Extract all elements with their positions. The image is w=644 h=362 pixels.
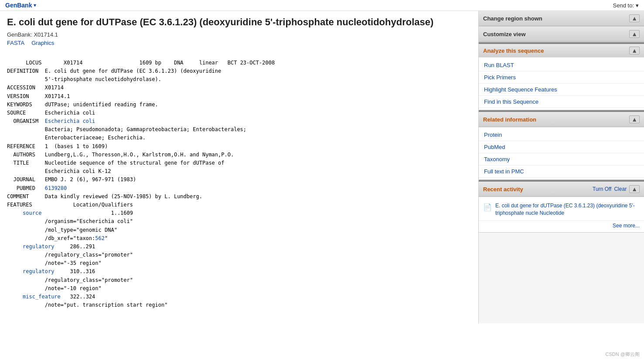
- regulatory2-note: /note="-10 region": [7, 285, 102, 291]
- fulltext-pmc-link[interactable]: Full text in PMC: [479, 166, 644, 178]
- recent-body: 📄 E. coli dut gene for dUTPase (EC 3.6.1…: [479, 197, 644, 232]
- analyze-title: Analyze this sequence: [483, 47, 544, 54]
- see-more-link[interactable]: See more...: [613, 223, 640, 229]
- pubmed-link[interactable]: 6139280: [45, 185, 67, 191]
- graphics-link[interactable]: Graphics: [31, 40, 54, 46]
- send-to-label: Send to:: [613, 2, 634, 9]
- related-body: Protein PubMed Taxonomy Full text in PMC: [479, 127, 644, 179]
- source-db-xref: /db_xref="taxon:: [7, 235, 95, 241]
- sequence-data: LOCUS X01714 1609 bp DNA linear BCT 23-O…: [7, 51, 471, 318]
- locus-line: LOCUS X01714 1609 bp DNA linear BCT 23-O…: [26, 60, 275, 66]
- fasta-link[interactable]: FASTA: [7, 40, 24, 46]
- genbank-id: GenBank: X01714.1: [7, 31, 471, 38]
- change-region-title: Change region shown: [483, 15, 542, 22]
- source-line: SOURCE Escherichia coli: [7, 110, 95, 116]
- title-line: TITLE Nucleotide sequence of the structu…: [7, 160, 225, 166]
- regulatory2-class: /regulatory_class="promoter": [7, 277, 133, 283]
- run-blast-link[interactable]: Run BLAST: [479, 59, 644, 71]
- recent-section: Recent activity Turn Off Clear ▲ 📄 E. co…: [479, 182, 644, 233]
- enterobac-line: Enterobacteriaceae; Escherichia.: [7, 135, 146, 141]
- source-organism: /organism="Escherichia coli": [7, 218, 133, 224]
- change-region-section: Change region shown ▲: [479, 11, 644, 27]
- right-sidebar: Change region shown ▲ Customize view ▲ A…: [478, 11, 644, 323]
- regulatory2-range: 310..316: [70, 268, 95, 274]
- protein-link[interactable]: Protein: [479, 129, 644, 141]
- customize-view-header: Customize view ▲: [479, 27, 644, 42]
- bacteria-line: Bacteria; Pseudomonadota; Gammaproteobac…: [7, 126, 246, 132]
- highlight-features-link[interactable]: Highlight Sequence Features: [479, 84, 644, 96]
- definition-line1: DEFINITION E. coli dut gene for dUTPase …: [7, 68, 221, 74]
- keywords-line: KEYWORDS dUTPase; unidentified reading f…: [7, 101, 158, 108]
- related-section: Related information ▲ Protein PubMed Tax…: [479, 112, 644, 180]
- misc-feat-range: 322..324: [70, 294, 95, 300]
- taxonomy-link[interactable]: Taxonomy: [479, 153, 644, 166]
- analyze-section: Analyze this sequence ▲ Run BLAST Pick P…: [479, 44, 644, 110]
- regulatory2-label[interactable]: regulatory: [7, 268, 54, 274]
- accession-line: ACCESSION X01714: [7, 85, 64, 91]
- features-line: FEATURES Location/Qualifiers: [7, 202, 133, 208]
- source-feat-label[interactable]: source: [7, 210, 41, 216]
- regulatory1-label[interactable]: regulatory: [7, 244, 54, 250]
- source-mol-type: /mol_type="genomic DNA": [7, 227, 117, 233]
- find-sequence-link[interactable]: Find in this Sequence: [479, 96, 644, 108]
- send-to-area: Send to: ▾: [613, 2, 639, 9]
- clear-link[interactable]: Clear: [614, 186, 627, 192]
- comment-line: COMMENT Data kindly reviewed (25-NOV-198…: [7, 193, 202, 200]
- main-layout: E. coli dut gene for dUTPase (EC 3.6.1.2…: [0, 11, 644, 323]
- page-title: E. coli dut gene for dUTPase (EC 3.6.1.2…: [7, 16, 471, 29]
- customize-view-arrow[interactable]: ▲: [629, 30, 640, 38]
- source-feat-range: 1..1609: [73, 210, 133, 216]
- send-to-button[interactable]: ▾: [636, 2, 639, 9]
- recent-arrow[interactable]: ▲: [629, 185, 640, 193]
- definition-line2: 5'-triphosphate nucleotidohydrolase).: [7, 76, 161, 82]
- pubmed-sidebar-link[interactable]: PubMed: [479, 141, 644, 153]
- source-db-xref-end: ": [105, 235, 108, 241]
- top-nav: GenBank ▾ Send to: ▾: [0, 0, 644, 11]
- related-title: Related information: [483, 116, 536, 123]
- related-arrow[interactable]: ▲: [629, 115, 640, 123]
- change-region-header: Change region shown ▲: [479, 11, 644, 26]
- pubmed-label: PUBMED: [7, 185, 45, 191]
- format-links: FASTA Graphics: [7, 40, 471, 46]
- turn-off-link[interactable]: Turn Off: [593, 186, 611, 192]
- left-content: E. coli dut gene for dUTPase (EC 3.6.1.2…: [0, 11, 478, 323]
- organism-link[interactable]: Escherichia coli: [45, 118, 95, 124]
- analyze-arrow[interactable]: ▲: [629, 47, 640, 54]
- regulatory1-class: /regulatory_class="promoter": [7, 252, 133, 258]
- genbank-dropdown-arrow[interactable]: ▾: [34, 2, 36, 8]
- analyze-header: Analyze this sequence ▲: [479, 44, 644, 58]
- send-to-arrow: ▾: [636, 2, 639, 9]
- customize-view-title: Customize view: [483, 31, 526, 37]
- customize-view-section: Customize view ▲: [479, 27, 644, 42]
- recent-see-more-row: See more...: [479, 221, 644, 230]
- recent-item: 📄 E. coli dut gene for dUTPase (EC 3.6.1…: [479, 199, 644, 221]
- analyze-body: Run BLAST Pick Primers Highlight Sequenc…: [479, 58, 644, 110]
- change-region-arrow[interactable]: ▲: [629, 14, 640, 22]
- recent-header-row: Recent activity Turn Off Clear ▲: [479, 182, 644, 197]
- title-line2: Escherichia coli K-12: [7, 168, 111, 174]
- recent-title: Recent activity: [483, 186, 523, 193]
- taxon-link[interactable]: 562: [95, 235, 105, 241]
- pick-primers-link[interactable]: Pick Primers: [479, 71, 644, 84]
- genbank-logo[interactable]: GenBank: [5, 2, 32, 9]
- authors-line: AUTHORS Lundberg,L.G., Thoresson,H.O., K…: [7, 152, 234, 158]
- recent-item-icon: 📄: [483, 203, 492, 211]
- regulatory1-note: /note="-35 region": [7, 260, 102, 266]
- related-header: Related information ▲: [479, 112, 644, 127]
- recent-item-link[interactable]: E. coli dut gene for dUTPase (EC 3.6.1.2…: [495, 202, 640, 217]
- misc-note: /note="put. transcription start region": [7, 302, 167, 308]
- version-line: VERSION X01714.1: [7, 93, 70, 99]
- journal-line: JOURNAL EMBO J. 2 (6), 967-971 (1983): [7, 176, 136, 183]
- reference-line: REFERENCE 1 (bases 1 to 1609): [7, 143, 108, 149]
- organism-label: ORGANISM: [7, 118, 45, 124]
- regulatory1-range: 286..291: [70, 244, 95, 250]
- misc-feat-label[interactable]: misc_feature: [7, 294, 61, 300]
